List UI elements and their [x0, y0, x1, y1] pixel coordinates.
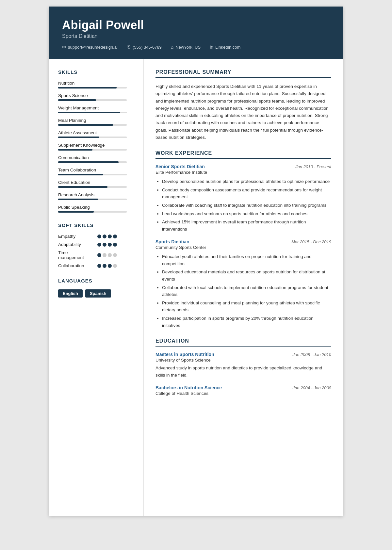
language-tag: Spanish: [85, 289, 111, 298]
job-bullet: Develop personalized nutrition plans for…: [162, 178, 331, 185]
skill-name: Nutrition: [58, 81, 134, 86]
dot: [97, 235, 101, 238]
education-entry: Masters in Sports Nutrition Jan 2008 - J…: [155, 352, 331, 379]
job-bullet: Conduct body composition assessments and…: [162, 186, 331, 201]
job-header: Senior Sports Dietitian Jan 2010 - Prese…: [155, 164, 331, 169]
contact-icon: ✆: [127, 44, 131, 50]
skill-item: Supplement Knowledge: [58, 143, 134, 151]
contact-item: ⌂NewYork, US: [171, 44, 201, 50]
skill-bar: [58, 99, 127, 101]
skill-fill: [58, 99, 96, 101]
contact-icon: ⌂: [171, 44, 173, 50]
body-container: SKILLS Nutrition Sports Science Weight M…: [49, 59, 343, 516]
dot: [108, 243, 112, 247]
job-title: Senior Sports Dietitian: [155, 164, 205, 169]
dot: [113, 253, 117, 257]
contact-item: inLinkedIn.com: [210, 44, 240, 50]
dot: [108, 235, 112, 238]
skill-fill: [58, 124, 113, 126]
dots: [97, 264, 117, 268]
dot: [97, 264, 101, 268]
skill-item: Sports Science: [58, 93, 134, 101]
soft-skill-name: Collaboration: [58, 263, 94, 268]
main-content: PROFESSIONAL SUMMARY Highly skilled and …: [144, 59, 343, 516]
job-entry: Senior Sports Dietitian Jan 2010 - Prese…: [155, 164, 331, 233]
soft-skill-name: Time management: [58, 250, 94, 260]
job-bullet: Collaborated with local schools to imple…: [162, 284, 331, 298]
contact-text: (555) 345-6789: [133, 45, 162, 50]
job-bullet: Developed educational materials and reso…: [162, 268, 331, 283]
language-tag: English: [58, 289, 83, 298]
skill-item: Team Collaboration: [58, 168, 134, 175]
skill-item: Meal Planning: [58, 118, 134, 126]
dot: [113, 243, 117, 247]
skill-fill: [58, 137, 99, 138]
skills-list: Nutrition Sports Science Weight Manageme…: [58, 81, 134, 213]
dot: [103, 264, 106, 268]
skill-bar: [58, 112, 127, 113]
skill-item: Public Speaking: [58, 205, 134, 213]
skill-name: Athlete Assessment: [58, 130, 134, 135]
skill-item: Client Education: [58, 180, 134, 188]
dots: [97, 243, 117, 247]
soft-skill-item: Collaboration: [58, 263, 134, 268]
skill-bar: [58, 161, 127, 163]
languages-list: EnglishSpanish: [58, 289, 134, 298]
skill-item: Athlete Assessment: [58, 130, 134, 138]
dot: [103, 243, 106, 247]
job-entry: Sports Dietitian Mar 2015 - Dec 2019 Com…: [155, 239, 331, 329]
skill-bar: [58, 149, 127, 151]
skill-name: Meal Planning: [58, 118, 134, 123]
skill-name: Client Education: [58, 180, 134, 185]
contact-text: LinkedIn.com: [215, 45, 240, 50]
dot: [97, 243, 101, 247]
skill-bar: [58, 174, 127, 175]
soft-skill-name: Adaptability: [58, 242, 94, 247]
job-company: Elite Performance Institute: [155, 170, 331, 175]
skill-bar: [58, 211, 127, 213]
dot: [103, 253, 106, 257]
candidate-title: Sports Dietitian: [62, 33, 330, 39]
dot: [103, 235, 106, 238]
contact-item: ✆(555) 345-6789: [127, 44, 162, 50]
education-heading: EDUCATION: [155, 338, 331, 347]
soft-skill-name: Empathy: [58, 234, 94, 239]
edu-school: College of Health Sciences: [155, 391, 331, 396]
skill-bar: [58, 186, 127, 188]
contact-item: ✉support@resumedesign.ai: [62, 44, 118, 50]
work-heading: WORK EXPERIENCE: [155, 150, 331, 159]
edu-degree: Bachelors in Nutrition Science: [155, 385, 222, 390]
skill-name: Public Speaking: [58, 205, 134, 210]
dot: [113, 264, 117, 268]
skill-fill: [58, 149, 92, 151]
education-list: Masters in Sports Nutrition Jan 2008 - J…: [155, 352, 331, 396]
skill-name: Communication: [58, 155, 134, 160]
edu-school: University of Sports Science: [155, 358, 331, 363]
skill-item: Research Analysis: [58, 192, 134, 200]
job-bullet: Educated youth athletes and their famili…: [162, 253, 331, 267]
soft-skill-item: Time management: [58, 250, 134, 260]
skill-fill: [58, 112, 120, 113]
summary-heading: PROFESSIONAL SUMMARY: [155, 69, 331, 78]
job-bullet: Achieved 15% improvement in overall team…: [162, 218, 331, 233]
dots: [97, 253, 117, 257]
candidate-name: Abigail Powell: [62, 18, 330, 32]
skill-name: Team Collaboration: [58, 168, 134, 172]
skill-fill: [58, 199, 98, 200]
dots: [97, 235, 117, 238]
contact-text: NewYork, US: [175, 45, 201, 50]
job-date: Jan 2010 - Present: [295, 164, 331, 169]
edu-degree: Masters in Sports Nutrition: [155, 352, 214, 357]
skill-bar: [58, 137, 127, 138]
edu-header: Masters in Sports Nutrition Jan 2008 - J…: [155, 352, 331, 357]
contact-icon: ✉: [62, 44, 66, 50]
skill-name: Sports Science: [58, 93, 134, 98]
edu-date: Jan 2008 - Jan 2010: [292, 352, 331, 357]
dot: [97, 253, 101, 257]
edu-desc: Advanced study in sports nutrition and d…: [155, 364, 331, 379]
skill-bar: [58, 124, 127, 126]
resume-container: Abigail Powell Sports Dietitian ✉support…: [49, 7, 343, 516]
job-bullet: Collaborate with coaching staff to integ…: [162, 202, 331, 209]
contact-bar: ✉support@resumedesign.ai✆(555) 345-6789⌂…: [62, 44, 330, 50]
jobs-list: Senior Sports Dietitian Jan 2010 - Prese…: [155, 164, 331, 329]
